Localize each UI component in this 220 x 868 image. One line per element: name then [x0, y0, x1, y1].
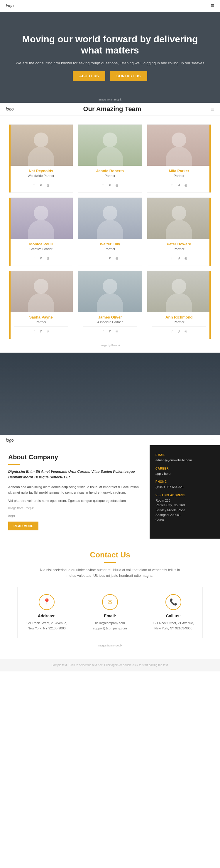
team-photo [147, 198, 211, 239]
social-t-icon[interactable]: ✗ [176, 256, 182, 261]
team-socials: f✗◎ [150, 183, 209, 190]
team-member-name: Jennie Roberts [80, 169, 139, 173]
social-ig-icon[interactable]: ◎ [45, 183, 51, 188]
card-accent-right [210, 198, 211, 266]
social-ig-icon[interactable]: ◎ [183, 256, 189, 261]
social-ig-icon[interactable]: ◎ [114, 329, 120, 334]
team-card: Nat ReynoldsWorldwide Partnerf✗◎ [9, 124, 73, 193]
team-info: Monica PouliCreative Leaderf✗◎ [9, 239, 73, 266]
social-t-icon[interactable]: ✗ [176, 329, 182, 334]
hero-section: Moving our world forward by delivering w… [0, 12, 220, 103]
contact-card-icon: 📍 [39, 594, 54, 610]
team-card: Monica PouliCreative Leaderf✗◎ [9, 197, 73, 266]
social-f-icon[interactable]: f [100, 256, 106, 261]
team-member-role: Partner [80, 174, 139, 178]
team-card: Peter HowardPartnerf✗◎ [147, 197, 211, 266]
about-menu-icon[interactable]: ≡ [211, 437, 214, 443]
social-f-icon[interactable]: f [169, 256, 175, 261]
team-member-role: Partner [150, 247, 209, 251]
social-ig-icon[interactable]: ◎ [45, 256, 51, 261]
card-divider [152, 326, 206, 327]
team-member-name: Peter Howard [150, 242, 209, 246]
team-card: Walter LillyPartnerf✗◎ [78, 197, 142, 266]
card-divider [152, 253, 206, 253]
team-photo [147, 271, 211, 312]
social-f-icon[interactable]: f [31, 256, 37, 261]
contact-description: Nid nisl scelerisque eu ultrices vitae a… [37, 567, 183, 579]
social-ig-icon[interactable]: ◎ [45, 329, 51, 334]
email-value: adrian@yourwebsite.com [155, 458, 214, 463]
team-menu-icon[interactable]: ≡ [211, 106, 214, 113]
team-socials: f✗◎ [80, 329, 139, 336]
team-photo [9, 125, 73, 166]
social-ig-icon[interactable]: ◎ [183, 183, 189, 188]
social-ig-icon[interactable]: ◎ [114, 183, 120, 188]
card-divider [83, 180, 137, 180]
contact-card: ✉Email:hello@company.comsupport@company.… [81, 587, 139, 638]
contact-us-title: Contact Us [9, 550, 211, 559]
social-t-icon[interactable]: ✗ [107, 256, 113, 261]
team-member-role: Partner [11, 320, 70, 324]
team-card: Jennie RobertsPartnerf✗◎ [78, 124, 142, 193]
sample-text-footer[interactable]: Sample text. Click to select the text bo… [0, 659, 220, 672]
social-t-icon[interactable]: ✗ [38, 256, 44, 261]
card-accent-right [210, 125, 211, 192]
social-t-icon[interactable]: ✗ [107, 183, 113, 188]
team-section: Nat ReynoldsWorldwide Partnerf✗◎ Jennie … [0, 116, 220, 352]
card-accent-left [9, 271, 10, 339]
team-card: James OliverAssociate Partnerf✗◎ [78, 271, 142, 339]
contact-image-credit: Images from Freepik [9, 644, 211, 647]
team-photo [78, 198, 142, 239]
social-t-icon[interactable]: ✗ [176, 183, 182, 188]
contact-card: 📍Address:121 Rock Street, 21 Avenue,New … [17, 587, 76, 638]
team-image-credit: Image by Freepik [6, 344, 214, 347]
team-info: Jennie RobertsPartnerf✗◎ [78, 166, 142, 192]
about-accent [8, 464, 20, 465]
hero-menu-icon[interactable]: ≡ [211, 2, 214, 9]
social-f-icon[interactable]: f [31, 329, 37, 334]
team-grid: Nat ReynoldsWorldwide Partnerf✗◎ Jennie … [6, 124, 214, 339]
team-member-role: Creative Leader [11, 247, 70, 251]
social-ig-icon[interactable]: ◎ [183, 329, 189, 334]
social-f-icon[interactable]: f [100, 329, 106, 334]
team-photo [9, 198, 73, 239]
contact-cards-row: 📍Address:121 Rock Street, 21 Avenue,New … [9, 587, 211, 638]
social-f-icon[interactable]: f [169, 329, 175, 334]
team-info: James OliverAssociate Partnerf✗◎ [78, 312, 142, 339]
contact-card-title: Email: [104, 614, 116, 618]
contact-card-body: 121 Rock Street, 21 Avenue,New York, NY … [153, 621, 194, 631]
team-member-role: Partner [80, 247, 139, 251]
social-t-icon[interactable]: ✗ [38, 329, 44, 334]
team-socials: f✗◎ [150, 329, 209, 336]
about-body2: Vel pharetra vel turpis nunc eget lorem.… [8, 498, 143, 503]
team-member-role: Partner [150, 174, 209, 178]
about-hero-image [0, 352, 220, 435]
about-us-button[interactable]: ABOUT US [73, 71, 105, 81]
team-info: Mila ParkerPartnerf✗◎ [147, 166, 211, 192]
team-card: Sasha PaynePartnerf✗◎ [9, 271, 73, 339]
team-logo: logo [6, 107, 13, 112]
social-f-icon[interactable]: f [169, 183, 175, 188]
social-t-icon[interactable]: ✗ [107, 329, 113, 334]
email-label: EMAIL [155, 454, 214, 457]
about-title: About Company [8, 454, 143, 461]
card-divider [14, 253, 68, 253]
team-photo [147, 125, 211, 166]
contact-us-button[interactable]: CONTACT US [110, 71, 147, 81]
contact-card-icon: ✉ [102, 594, 118, 610]
card-divider [14, 326, 68, 327]
about-section: logo ≡ About Company Dignissim Enim Sit … [0, 352, 220, 538]
contact-card-title: Address: [38, 614, 56, 618]
team-card: Mila ParkerPartnerf✗◎ [147, 124, 211, 193]
card-divider [83, 326, 137, 327]
social-f-icon[interactable]: f [100, 183, 106, 188]
address-lines: Room 236Raffles City, No. 168Berkley Mid… [155, 498, 214, 522]
read-more-button[interactable]: READ MORE [8, 522, 38, 530]
social-t-icon[interactable]: ✗ [38, 183, 44, 188]
address-label: VISITING ADDRESS [155, 494, 214, 497]
team-section-title: Our Amazing Team [13, 105, 211, 113]
social-ig-icon[interactable]: ◎ [114, 256, 120, 261]
contact-card-body: 121 Rock Street, 21 Avenue,New York, NY … [26, 621, 67, 631]
social-f-icon[interactable]: f [31, 183, 37, 188]
team-info: Ann RichmondPartnerf✗◎ [147, 312, 211, 339]
